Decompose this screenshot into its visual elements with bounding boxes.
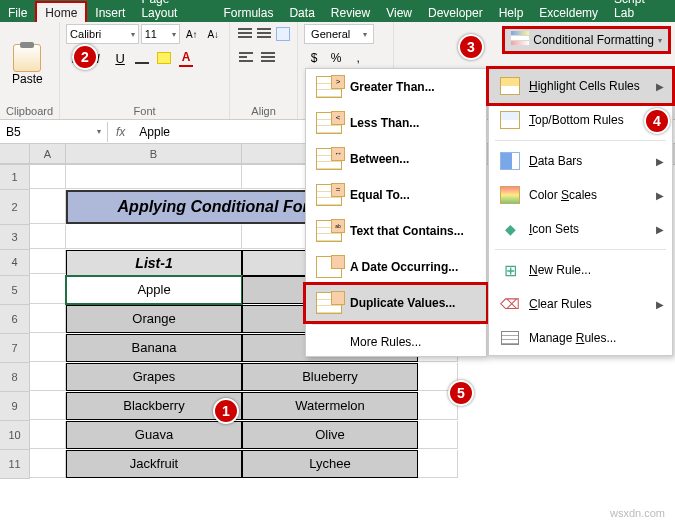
highlight-cells-rules-submenu: Greater Than... Less Than... Between... … (305, 68, 487, 357)
tab-file[interactable]: File (0, 3, 35, 22)
paste-icon (13, 44, 41, 72)
align-center-button[interactable] (258, 48, 278, 68)
group-clipboard: Paste Clipboard (0, 22, 60, 119)
cell-b11[interactable]: Jackfruit (66, 450, 242, 478)
cell-b5[interactable]: Apple (66, 276, 242, 304)
border-button[interactable] (132, 48, 152, 68)
ribbon-tabs: File Home Insert Page Layout Formulas Da… (0, 0, 675, 22)
paste-button[interactable]: Paste (6, 40, 49, 86)
equal-to-label: Equal To... (350, 188, 410, 202)
row-header-6[interactable]: 6 (0, 305, 30, 334)
select-all-corner[interactable] (0, 144, 30, 164)
comma-button[interactable]: , (348, 48, 368, 68)
header-list1[interactable]: List-1 (66, 250, 242, 276)
conditional-formatting-icon (511, 31, 529, 49)
name-box[interactable]: B5▾ (0, 122, 108, 142)
conditional-formatting-button[interactable]: Conditional Formatting ▾ (502, 26, 671, 54)
duplicate-values-label: Duplicate Values... (350, 296, 455, 310)
row-header-9[interactable]: 9 (0, 392, 30, 421)
row-header-7[interactable]: 7 (0, 334, 30, 363)
row-header-5[interactable]: 5 (0, 276, 30, 305)
row-header-1[interactable]: 1 (0, 165, 30, 190)
callout-2: 2 (72, 44, 98, 70)
currency-button[interactable]: $ (304, 48, 324, 68)
clipboard-label: Clipboard (6, 101, 53, 117)
watermark: wsxdn.com (610, 507, 665, 519)
more-rules-label: More Rules... (316, 335, 421, 349)
date-occurring-item[interactable]: A Date Occurring... (306, 249, 486, 285)
row-header-2[interactable]: 2 (0, 190, 30, 225)
less-than-label: Less Than... (350, 116, 419, 130)
tab-review[interactable]: Review (323, 3, 378, 22)
group-font: Calibri▾ 11▾ A↑ A↓ B I U A Font (60, 22, 230, 119)
cell-b7[interactable]: Banana (66, 334, 242, 362)
date-occurring-label: A Date Occurring... (350, 260, 458, 274)
align-middle-button[interactable] (255, 24, 272, 44)
col-header-a[interactable]: A (30, 144, 66, 164)
font-size-select[interactable]: 11▾ (141, 24, 180, 44)
tab-developer[interactable]: Developer (420, 3, 491, 22)
decrease-font-button[interactable]: A↓ (204, 24, 224, 44)
tab-page-layout[interactable]: Page Layout (133, 0, 215, 22)
greater-than-label: Greater Than... (350, 80, 435, 94)
paste-label: Paste (12, 72, 43, 86)
wrap-text-button[interactable] (274, 24, 291, 44)
clear-rules-item[interactable]: ⌫Clear Rules▶ (489, 287, 672, 321)
col-header-b[interactable]: B (66, 144, 242, 164)
percent-button[interactable]: % (326, 48, 346, 68)
cell-c8[interactable]: Blueberry (242, 363, 418, 391)
data-bars-item[interactable]: Data Bars▶ (489, 144, 672, 178)
group-alignment: Align (230, 22, 298, 119)
row-header-3[interactable]: 3 (0, 225, 30, 250)
align-top-button[interactable] (236, 24, 253, 44)
cell-b8[interactable]: Grapes (66, 363, 242, 391)
tab-insert[interactable]: Insert (87, 3, 133, 22)
tab-script-lab[interactable]: Script Lab (606, 0, 675, 22)
callout-5: 5 (448, 380, 474, 406)
cell-b6[interactable]: Orange (66, 305, 242, 333)
tab-home[interactable]: Home (35, 1, 87, 22)
cell-b10[interactable]: Guava (66, 421, 242, 449)
formula-value[interactable]: Apple (133, 125, 176, 139)
tab-data[interactable]: Data (281, 3, 322, 22)
tab-formulas[interactable]: Formulas (215, 3, 281, 22)
text-contains-label: Text that Contains... (350, 224, 464, 238)
row-header-11[interactable]: 11 (0, 450, 30, 479)
highlight-cells-rules-item[interactable]: Highlight Cells Rules ▶ (486, 66, 675, 106)
conditional-formatting-menu: Highlight Cells Rules ▶ Top/Bottom Rules… (488, 68, 673, 356)
number-format-select[interactable]: General▾ (304, 24, 374, 44)
font-family-select[interactable]: Calibri▾ (66, 24, 139, 44)
row-header-8[interactable]: 8 (0, 363, 30, 392)
callout-4: 4 (644, 108, 670, 134)
fx-button[interactable]: fx (108, 125, 133, 139)
underline-button[interactable]: U (110, 48, 130, 68)
font-group-label: Font (66, 101, 223, 117)
icon-sets-item[interactable]: ◆ Icon Sets▶ (489, 212, 672, 246)
callout-1: 1 (213, 398, 239, 424)
tab-help[interactable]: Help (491, 3, 532, 22)
cell-c11[interactable]: Lychee (242, 450, 418, 478)
equal-to-item[interactable]: Equal To... (306, 177, 486, 213)
tab-view[interactable]: View (378, 3, 420, 22)
text-contains-item[interactable]: Text that Contains... (306, 213, 486, 249)
between-label: Between... (350, 152, 409, 166)
color-scales-item[interactable]: Color Scales▶ (489, 178, 672, 212)
increase-font-button[interactable]: A↑ (182, 24, 202, 44)
cell-c9[interactable]: Watermelon (242, 392, 418, 420)
row-header-10[interactable]: 10 (0, 421, 30, 450)
alignment-label: Align (236, 101, 291, 117)
more-rules-item[interactable]: More Rules... (306, 328, 486, 356)
fill-color-button[interactable] (154, 48, 174, 68)
duplicate-values-item[interactable]: Duplicate Values... (303, 282, 489, 324)
greater-than-item[interactable]: Greater Than... (306, 69, 486, 105)
cell-c10[interactable]: Olive (242, 421, 418, 449)
font-color-button[interactable]: A (176, 48, 196, 68)
align-left-button[interactable] (236, 48, 256, 68)
less-than-item[interactable]: Less Than... (306, 105, 486, 141)
tab-exceldemy[interactable]: Exceldemy (531, 3, 606, 22)
new-rule-item[interactable]: ⊞New Rule... (489, 253, 672, 287)
manage-rules-item[interactable]: Manage Rules... (489, 321, 672, 355)
between-item[interactable]: Between... (306, 141, 486, 177)
row-header-4[interactable]: 4 (0, 250, 30, 276)
submenu-arrow-icon: ▶ (656, 81, 664, 92)
